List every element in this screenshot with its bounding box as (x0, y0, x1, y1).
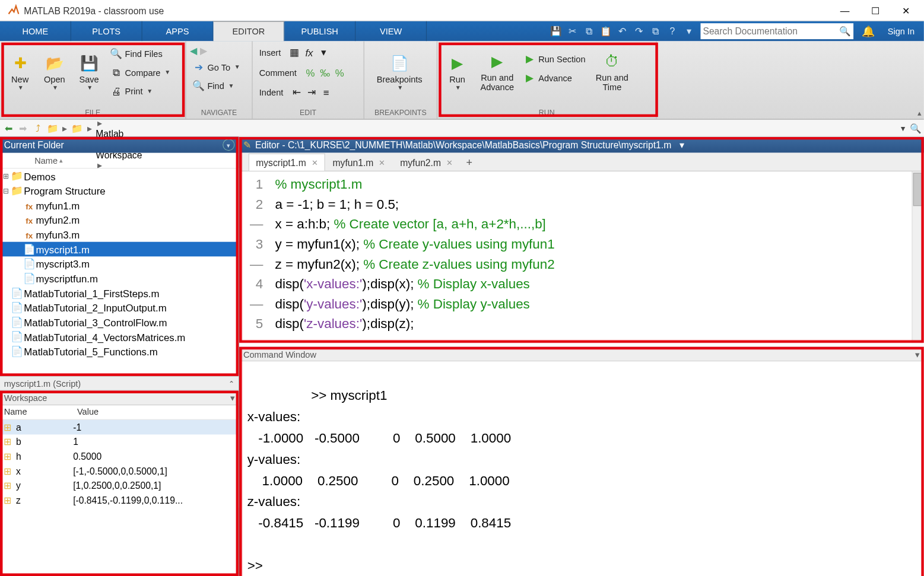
search-icon[interactable]: 🔍 (839, 26, 850, 37)
tab-apps[interactable]: APPS (142, 21, 214, 42)
comment-button[interactable]: Comment %‰% (256, 64, 348, 81)
insert-fx-icon[interactable]: fx (303, 46, 315, 58)
code-editor[interactable]: 12 —3 —4 —5 —6 —7 —8 — % myscript1.m a =… (239, 171, 924, 343)
file-preview-header[interactable]: myscript1.m (Script)⌃ (0, 376, 239, 391)
sign-in-link[interactable]: Sign In (881, 26, 922, 36)
editor-scrollbar[interactable] (912, 171, 924, 343)
command-window-header[interactable]: Command Window ▾ (239, 347, 924, 362)
current-folder-columns[interactable]: Name▴ (0, 153, 239, 169)
nav-fwd-icon[interactable]: ➡ (17, 122, 29, 134)
editor-tab[interactable]: myfun2.m✕ (393, 154, 461, 171)
maximize-button[interactable]: ☐ (860, 1, 891, 21)
file-item[interactable]: ⊟📁Program Structure (0, 183, 239, 198)
paste-icon[interactable]: 📋 (598, 23, 614, 39)
workspace-var[interactable]: ⊞x[-1,-0.5000,0,0.5000,1] (0, 464, 239, 479)
compare-button[interactable]: ⧉Compare▼ (107, 64, 173, 81)
current-folder-menu-icon[interactable]: ▾ (223, 139, 234, 151)
tab-editor[interactable]: EDITOR (214, 21, 285, 42)
tab-home[interactable]: HOME (0, 21, 71, 42)
close-button[interactable]: ✕ (891, 1, 922, 21)
redo-icon[interactable]: ↷ (631, 23, 647, 39)
file-item[interactable]: 📄MatlabTutorial_4_VectorsMatrices.m (0, 330, 239, 345)
run-and-time-button[interactable]: ⏱Run and Time (590, 44, 633, 101)
tab-plots[interactable]: PLOTS (71, 21, 142, 42)
file-item[interactable]: 📄myscript1.m (0, 242, 239, 257)
add-tab-button[interactable]: + (460, 154, 478, 171)
find-button[interactable]: 🔍Find▼ (190, 77, 237, 94)
breakpoints-button[interactable]: 📄Breakpoints▼ (368, 44, 430, 101)
current-folder-tree[interactable]: ⊞📁Demos⊟📁Program Structurefxmyfun1.mfxmy… (0, 168, 239, 375)
run-and-advance-button[interactable]: ▶Run and Advance (476, 44, 519, 101)
current-folder-header[interactable]: Current Folder ▾ (0, 137, 239, 153)
save-button[interactable]: 💾Save▼ (73, 44, 105, 101)
switch-windows-icon[interactable]: ⧉ (647, 23, 663, 39)
file-item[interactable]: 📄MatlabTutorial_5_Functions.m (0, 344, 239, 359)
search-input[interactable] (703, 26, 839, 37)
notifications-icon[interactable]: 🔔 (862, 25, 875, 37)
indent-left-icon[interactable]: ⇤ (291, 87, 303, 98)
save-icon[interactable]: 💾 (548, 23, 564, 39)
run-section-button[interactable]: ▶Run Section (521, 50, 588, 68)
nav-back-icon[interactable]: ⬅ (2, 122, 14, 134)
editor-tab[interactable]: myscript1.m✕ (249, 154, 325, 171)
indent-button[interactable]: Indent ⇤⇥≡ (256, 84, 335, 101)
forward-icon[interactable]: ▶ (200, 45, 207, 56)
address-dropdown-icon[interactable]: ▼ (899, 124, 906, 132)
undo-icon[interactable]: ↶ (614, 23, 630, 39)
tab-view[interactable]: VIEW (355, 21, 427, 42)
comment-wrap-icon[interactable]: % (334, 66, 345, 78)
qa-dropdown-icon[interactable]: ▾ (681, 23, 697, 39)
workspace-var[interactable]: ⊞z[-0.8415,-0.1199,0,0.119... (0, 493, 239, 508)
tab-close-icon[interactable]: ✕ (446, 158, 453, 167)
workspace-var[interactable]: ⊞b1 (0, 434, 239, 449)
editor-menu-icon[interactable]: ▾ (679, 139, 684, 150)
minimize-button[interactable]: — (830, 1, 861, 21)
tab-close-icon[interactable]: ✕ (312, 158, 318, 167)
file-item[interactable]: fxmyfun1.m (0, 198, 239, 213)
insert-button[interactable]: Insert ▦fx▾ (256, 44, 332, 61)
advance-button[interactable]: ▶Advance (521, 69, 588, 86)
file-item[interactable]: ⊞📁Demos (0, 168, 239, 183)
file-item[interactable]: fxmyfun3.m (0, 227, 239, 242)
workspace-table[interactable]: ⊞a-1⊞b1⊞h0.5000⊞x[-1,-0.5000,0,0.5000,1]… (0, 420, 239, 508)
insert-more-icon[interactable]: ▾ (318, 46, 330, 58)
tab-publish[interactable]: PUBLISH (284, 21, 355, 42)
command-window[interactable]: >> myscript1 x-values: -1.0000 -0.5000 0… (239, 361, 924, 576)
goto-button[interactable]: ➔Go To▼ (190, 59, 243, 76)
back-icon[interactable]: ◀ (190, 45, 197, 56)
file-item[interactable]: fxmyfun2.m (0, 212, 239, 227)
search-documentation[interactable]: 🔍 (700, 23, 853, 39)
address-search-icon[interactable]: 🔍 (909, 122, 921, 134)
file-item[interactable]: 📄myscript3.m (0, 256, 239, 271)
find-files-button[interactable]: 🔍Find Files (107, 45, 173, 62)
workspace-var[interactable]: ⊞h0.5000 (0, 449, 239, 464)
workspace-var[interactable]: ⊞a-1 (0, 420, 239, 435)
editor-header[interactable]: ✎ Editor - C:\1_KURSE\2_NUMMETH\Matlab\W… (239, 137, 924, 153)
workspace-menu-icon[interactable]: ▾ (230, 393, 235, 403)
editor-tab[interactable]: myfun1.m✕ (325, 154, 393, 171)
file-item[interactable]: 📄MatlabTutorial_2_InputOutput.m (0, 300, 239, 315)
help-icon[interactable]: ? (664, 23, 680, 39)
open-button[interactable]: 📂Open▼ (39, 44, 71, 101)
cut-icon[interactable]: ✂ (564, 23, 580, 39)
nav-up-icon[interactable]: ⤴ (32, 122, 44, 134)
indent-right-icon[interactable]: ⇥ (306, 87, 317, 98)
file-item[interactable]: 📄MatlabTutorial_1_FirstSteps.m (0, 286, 239, 301)
scrollbar-thumb[interactable] (913, 173, 923, 206)
new-button[interactable]: ✚New▼ (4, 44, 36, 101)
run-button[interactable]: ▶Run▼ (442, 44, 474, 101)
workspace-header[interactable]: Workspace ▾ (0, 391, 239, 406)
file-item[interactable]: 📄myscriptfun.m (0, 271, 239, 286)
copy-icon[interactable]: ⧉ (581, 23, 597, 39)
comment-add-icon[interactable]: % (304, 66, 316, 78)
nav-browse-icon[interactable]: 📁 (46, 122, 58, 134)
workspace-columns[interactable]: Name Value (0, 405, 239, 420)
comment-remove-icon[interactable]: ‰ (319, 66, 331, 78)
collapse-toolstrip-icon[interactable]: ▴ (917, 109, 922, 118)
indent-auto-icon[interactable]: ≡ (320, 87, 332, 98)
workspace-var[interactable]: ⊞y[1,0.2500,0,0.2500,1] (0, 478, 239, 493)
tab-close-icon[interactable]: ✕ (379, 158, 385, 167)
file-item[interactable]: 📄MatlabTutorial_3_ControlFlow.m (0, 315, 239, 330)
command-window-menu-icon[interactable]: ▾ (915, 349, 920, 359)
print-button[interactable]: 🖨Print▼ (107, 82, 173, 100)
